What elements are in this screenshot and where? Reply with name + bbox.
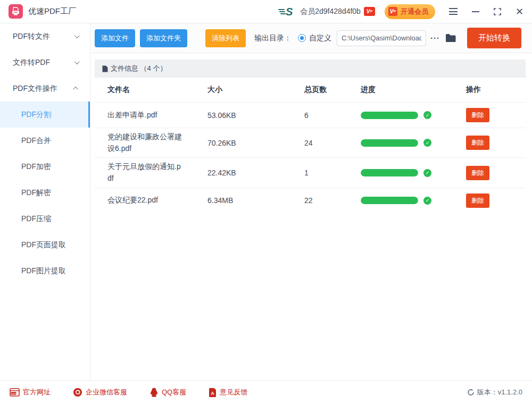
table-header: 文件名 大小 总页数 进度 操作 <box>95 78 526 102</box>
output-dir-label: 输出目录： <box>254 33 292 43</box>
sidebar-item-pdf-encrypt[interactable]: PDF加密 <box>0 154 90 180</box>
sidebar-group-pdf-operations[interactable]: PDF文件操作 <box>0 75 90 102</box>
svg-text:S: S <box>286 6 293 18</box>
wechat-service-icon <box>73 388 82 397</box>
sidebar-item-pdf-decrypt[interactable]: PDF解密 <box>0 180 90 206</box>
custom-radio-label[interactable]: 自定义 <box>309 33 331 43</box>
toolbar: 添加文件 添加文件夹 清除列表 输出目录： 自定义 ··· 开始转换 <box>90 23 532 53</box>
svg-text:.com: .com <box>11 392 16 395</box>
col-action: 操作 <box>466 85 526 95</box>
table-row: 关于元旦放假的通知.pdf 22.42KB 1 ✓ 删除 <box>95 157 526 187</box>
qq-service-link[interactable]: QQ客服 <box>149 388 186 397</box>
progress-bar <box>361 169 418 176</box>
feedback-icon: A <box>209 388 217 397</box>
sidebar-item-pdf-image-extract[interactable]: PDF图片提取 <box>0 258 90 284</box>
feedback-link[interactable]: A 意见反馈 <box>209 388 247 397</box>
table-row: 党的建设和廉政公署建设6.pdf 70.26KB 24 ✓ 删除 <box>95 128 526 157</box>
sidebar-item-pdf-split[interactable]: PDF分割 <box>0 102 90 128</box>
file-size: 70.26KB <box>207 139 304 147</box>
app-logo-icon: PDF <box>9 4 23 19</box>
member-id[interactable]: 会员2d9f428d4f0b <box>300 7 361 16</box>
sidebar-item-pdf-merge[interactable]: PDF合并 <box>0 128 90 154</box>
sidebar-group-pdf-to-file[interactable]: PDF转文件 <box>0 23 90 49</box>
sidebar: PDF转文件 文件转PDF PDF文件操作 PDF分割 PDF合并 PDF加密 … <box>0 23 90 380</box>
file-name: 会议纪要22.pdf <box>107 191 207 209</box>
col-pages: 总页数 <box>304 85 361 95</box>
check-circle-icon: ✓ <box>423 139 431 147</box>
refresh-icon <box>467 389 475 396</box>
user-avatar-icon[interactable]: S <box>278 6 296 18</box>
file-size: 22.42KB <box>207 169 304 177</box>
check-circle-icon: ✓ <box>423 169 431 177</box>
menu-icon[interactable] <box>449 8 458 15</box>
minimize-button[interactable] <box>472 11 479 12</box>
document-icon <box>102 65 108 72</box>
progress-bar <box>361 139 418 147</box>
clear-list-button[interactable]: 清除列表 <box>205 29 246 47</box>
file-pages: 24 <box>304 139 361 147</box>
svg-text:A: A <box>211 391 214 396</box>
version-label: 版本：v1.1.2.0 <box>477 388 522 397</box>
vip-icon: VIP <box>388 7 397 16</box>
official-website-link[interactable]: .com 官方网址 <box>10 388 51 397</box>
custom-radio[interactable] <box>298 34 306 42</box>
table-row: 出差申请单.pdf 53.06KB 6 ✓ 删除 <box>95 102 526 128</box>
add-folder-button[interactable]: 添加文件夹 <box>140 29 187 47</box>
col-progress: 进度 <box>361 85 466 95</box>
output-directory-group: 输出目录： 自定义 ··· 开始转换 <box>254 28 521 48</box>
col-size: 大小 <box>207 85 304 95</box>
file-progress: ✓ <box>361 197 466 205</box>
window-controls: ✕ <box>449 7 523 16</box>
delete-button[interactable]: 删除 <box>466 108 489 122</box>
delete-button[interactable]: 删除 <box>466 136 489 150</box>
table-row: 会议纪要22.pdf 6.34MB 22 ✓ 删除 <box>95 188 526 213</box>
open-vip-button[interactable]: VIP 开通会员 <box>385 4 435 19</box>
file-size: 6.34MB <box>207 196 304 205</box>
file-progress: ✓ <box>361 139 466 147</box>
file-info-header: 文件信息 （4 个） <box>95 60 526 78</box>
vip-badge-icon: VIP <box>364 7 375 16</box>
file-panel: 文件信息 （4 个） 文件名 大小 总页数 进度 操作 出差申请单.pdf 53… <box>95 60 526 213</box>
file-name: 出差申请单.pdf <box>107 106 207 124</box>
file-pages: 1 <box>304 169 361 177</box>
app-title: 优速PDF工厂 <box>28 6 76 16</box>
svg-text:PDF: PDF <box>14 12 18 14</box>
check-circle-icon: ✓ <box>423 197 431 205</box>
file-pages: 22 <box>304 196 361 205</box>
qq-icon <box>149 388 159 397</box>
chevron-down-icon <box>74 59 80 64</box>
chevron-up-icon <box>73 87 78 92</box>
sidebar-item-pdf-page-extract[interactable]: PDF页面提取 <box>0 232 90 258</box>
title-bar: PDF 优速PDF工厂 S 会员2d9f428d4f0b VIP VIP 开通会… <box>0 0 532 23</box>
chevron-down-icon <box>74 33 80 38</box>
website-icon: .com <box>10 388 20 397</box>
file-progress: ✓ <box>361 169 466 177</box>
file-size: 53.06KB <box>207 111 304 120</box>
col-filename: 文件名 <box>107 85 207 95</box>
browse-more-button[interactable]: ··· <box>430 33 440 43</box>
version-info: 版本：v1.1.2.0 <box>467 388 522 397</box>
open-folder-icon[interactable] <box>445 33 456 43</box>
delete-button[interactable]: 删除 <box>466 166 489 180</box>
file-name: 党的建设和廉政公署建设6.pdf <box>107 128 207 157</box>
add-file-button[interactable]: 添加文件 <box>95 29 135 47</box>
footer-bar: .com 官方网址 企业微信客服 QQ客服 A 意见反馈 版本：v1.1.2.0 <box>0 380 532 404</box>
file-name: 关于元旦放假的通知.pdf <box>107 158 207 187</box>
check-circle-icon: ✓ <box>423 111 431 119</box>
progress-bar <box>361 197 418 204</box>
sidebar-group-file-to-pdf[interactable]: 文件转PDF <box>0 49 90 75</box>
progress-bar <box>361 112 418 119</box>
output-path-input[interactable] <box>337 30 426 46</box>
start-convert-button[interactable]: 开始转换 <box>467 28 521 48</box>
file-progress: ✓ <box>361 111 466 119</box>
file-pages: 6 <box>304 111 361 120</box>
wechat-service-link[interactable]: 企业微信客服 <box>73 388 127 397</box>
maximize-button[interactable] <box>494 8 501 15</box>
close-button[interactable]: ✕ <box>516 7 523 16</box>
main-content: 添加文件 添加文件夹 清除列表 输出目录： 自定义 ··· 开始转换 文件信息 … <box>90 23 532 380</box>
sidebar-item-pdf-compress[interactable]: PDF压缩 <box>0 206 90 232</box>
delete-button[interactable]: 删除 <box>466 193 489 208</box>
